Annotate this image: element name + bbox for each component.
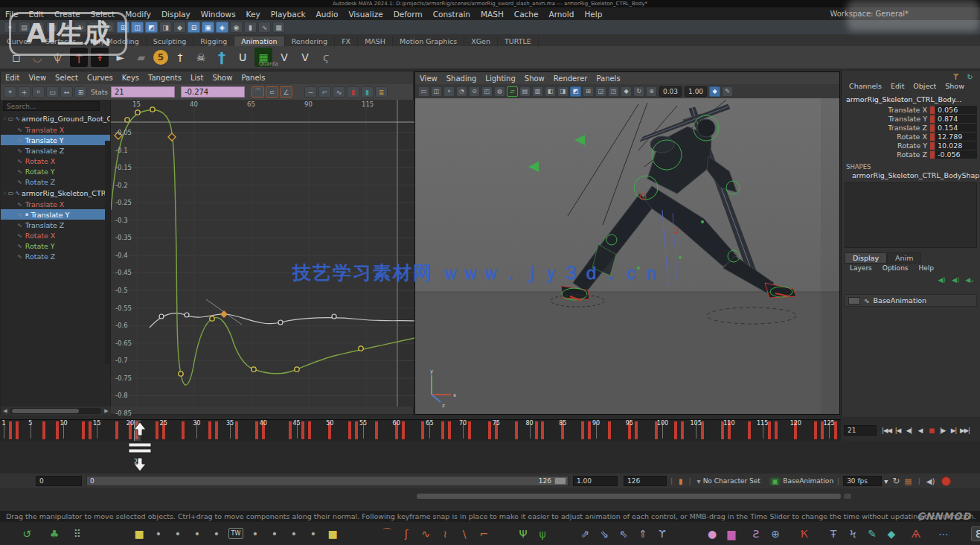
range-slider[interactable]: 0 126 bbox=[86, 476, 569, 486]
folder-icon[interactable]: ▆ bbox=[724, 525, 739, 543]
skull-icon[interactable]: ☠ bbox=[192, 48, 210, 67]
viewport-scene[interactable]: xyz bbox=[415, 98, 839, 414]
step-back-frame-button[interactable]: ◀| bbox=[903, 427, 915, 434]
list-view-icon[interactable]: ≣ bbox=[375, 86, 388, 98]
coin-5-icon[interactable]: 5 bbox=[153, 50, 168, 65]
step-forward-frame-button[interactable]: |▶ bbox=[937, 427, 948, 434]
layer-color-swatch[interactable] bbox=[848, 297, 860, 305]
ge-channel-armorrig-ground-root-ctrl-grp-translate-x[interactable]: ∿Translate X bbox=[1, 124, 110, 135]
layer-menu-help[interactable]: Help bbox=[914, 264, 940, 272]
power-icon[interactable]: ↺ bbox=[19, 525, 34, 543]
keyframe-tick[interactable] bbox=[541, 421, 544, 439]
channel-translate-z[interactable]: Translate Z0.154 bbox=[845, 124, 977, 132]
ge-channel-armorrig-ground-root-ctrl-grp-translate-z[interactable]: ∿Translate Z bbox=[1, 145, 110, 156]
tongs-icon[interactable]: Ѧ bbox=[909, 525, 923, 543]
pan-zoom-icon[interactable]: ◰ bbox=[481, 86, 493, 97]
curve-wave-icon[interactable]: ∿ bbox=[418, 525, 433, 543]
ge-channel-armorrig-skeleton-ctrl-body-rotate-y[interactable]: ∿Rotate Y bbox=[1, 240, 110, 251]
shelf-tab-sculpting[interactable]: Sculpting bbox=[147, 36, 193, 46]
stats-value-field[interactable]: -0.274 bbox=[181, 86, 245, 98]
character-set-icon[interactable]: ▾ bbox=[697, 477, 701, 485]
fps-dropdown[interactable]: 30 fps bbox=[843, 476, 882, 486]
oversampling-icon[interactable]: ◍ bbox=[494, 86, 505, 97]
snap-point-icon[interactable]: ◩ bbox=[145, 22, 158, 33]
range-dot-7[interactable]: • bbox=[286, 525, 301, 543]
outliner-search-input[interactable] bbox=[3, 101, 100, 111]
pose-arrow-4-icon[interactable]: ⇑ bbox=[635, 525, 650, 543]
solo-icon[interactable]: ◀) bbox=[952, 276, 959, 284]
sprout-icon[interactable]: ψ bbox=[535, 525, 550, 543]
keyframe-tick[interactable] bbox=[235, 421, 238, 439]
menu-display[interactable]: Display bbox=[156, 10, 196, 19]
plateau-tangent-icon[interactable]: ∿ bbox=[333, 86, 345, 98]
playback-end-field[interactable]: 126 bbox=[624, 476, 667, 486]
outliner-hscrollbar[interactable]: ◀ ▶ bbox=[1, 407, 111, 415]
keyframe-tick[interactable] bbox=[16, 421, 19, 439]
ge-channel-armorrig-skeleton-ctrl-body-rotate-x[interactable]: ∿Rotate X bbox=[1, 230, 110, 240]
keyframe-tick[interactable] bbox=[441, 421, 444, 439]
ge-channel-armorrig-skeleton-ctrl-body-rotate-z[interactable]: ∿Rotate Z bbox=[1, 251, 110, 261]
pencil-icon[interactable]: ✎ bbox=[865, 525, 880, 543]
tab-anim[interactable]: Anim bbox=[887, 252, 921, 264]
playback-start-field[interactable]: 1.00 bbox=[573, 476, 618, 486]
scroll-left-icon[interactable]: ◀ bbox=[1, 408, 10, 414]
ambient-occlusion-icon[interactable]: ⊞ bbox=[583, 86, 594, 97]
curve-step-icon[interactable]: ⌐ bbox=[476, 525, 491, 543]
pose-arrow-3-icon[interactable]: ⇖ bbox=[616, 525, 631, 543]
cb-menu-show[interactable]: Show bbox=[941, 82, 969, 90]
character-set-menu[interactable]: No Character Set bbox=[703, 477, 760, 485]
vp-menu-renderer[interactable]: Renderer bbox=[549, 74, 592, 83]
auto-keyframe-toggle[interactable] bbox=[941, 477, 951, 486]
vp-menu-lighting[interactable]: Lighting bbox=[481, 74, 519, 83]
shadows-icon[interactable]: ◩ bbox=[570, 86, 581, 97]
wireframe-icon[interactable]: ▤ bbox=[519, 86, 531, 97]
egg-icon[interactable]: ● bbox=[705, 525, 720, 543]
channel-rotate-x[interactable]: Rotate X12.789 bbox=[845, 133, 977, 141]
use-all-lights-icon[interactable]: ◨ bbox=[557, 86, 569, 97]
tab-display[interactable]: Display bbox=[845, 252, 887, 264]
keyframe-tick[interactable] bbox=[156, 421, 158, 439]
diamond-icon[interactable]: ◆ bbox=[884, 525, 899, 543]
menu-windows[interactable]: Windows bbox=[196, 10, 241, 19]
move-nearest-key-icon[interactable]: ⌖ bbox=[4, 86, 16, 98]
keyframe-tick[interactable] bbox=[355, 421, 358, 439]
menu-constrain[interactable]: Constrain bbox=[428, 10, 475, 19]
spline-tangent-icon[interactable]: ⌒ bbox=[252, 86, 264, 98]
keyframe-tick[interactable] bbox=[535, 421, 538, 439]
speaker-icon[interactable]: ◀) bbox=[926, 477, 935, 485]
globe-icon[interactable]: ⊕ bbox=[768, 525, 783, 543]
ge-menu-curves[interactable]: Curves bbox=[83, 74, 118, 82]
keyframe-tick[interactable] bbox=[208, 421, 211, 439]
vp-menu-view[interactable]: View bbox=[415, 74, 442, 83]
vp-menu-panels[interactable]: Panels bbox=[592, 74, 624, 83]
ge-channel-armorrig-skeleton-ctrl-body-translate-y[interactable]: ∿▪Translate Y bbox=[1, 209, 110, 220]
selection-highlight-icon[interactable]: ▱ bbox=[507, 86, 518, 97]
exposure-field[interactable]: 0.03 bbox=[659, 86, 682, 97]
ge-group-armorrig-ground-root-ctrl-grp[interactable]: ◦▭∿armorRig_Ground_Root_Ctrl_Grp bbox=[1, 112, 110, 124]
make-live-icon[interactable]: ◆ bbox=[173, 22, 186, 33]
keyframe-tick[interactable] bbox=[814, 421, 817, 439]
timeline-playhead[interactable] bbox=[134, 420, 141, 441]
pose-figure-icon[interactable]: ϒ bbox=[655, 525, 670, 543]
range-dot-4[interactable]: • bbox=[209, 525, 224, 543]
lattice-deform-icon[interactable]: ⌗ bbox=[32, 86, 45, 98]
gpu-cache-icon[interactable]: ◆ bbox=[709, 86, 720, 97]
book-icon[interactable]: ▰ bbox=[132, 48, 150, 67]
viewport-hscrollbar[interactable] bbox=[417, 494, 841, 499]
stop-button[interactable]: ■ bbox=[926, 427, 937, 434]
channel-value[interactable]: -0.056 bbox=[935, 150, 977, 159]
time-warp-box[interactable]: TW bbox=[228, 528, 243, 539]
paint-effects-icon[interactable]: ∿ bbox=[258, 22, 271, 33]
ge-menu-keys[interactable]: Keys bbox=[118, 74, 144, 82]
script-editor-icon[interactable]: Ɛ bbox=[971, 526, 980, 541]
curve-ease-icon[interactable]: ⌒ bbox=[379, 525, 394, 543]
bookmark-icon[interactable]: ▮ bbox=[679, 477, 683, 485]
channel-rotate-y[interactable]: Rotate Y10.028 bbox=[845, 141, 977, 150]
ge-menu-select[interactable]: Select bbox=[51, 74, 83, 82]
hypershade-icon[interactable]: ▦ bbox=[272, 22, 285, 33]
pose-arrow-1-icon[interactable]: ⇗ bbox=[577, 525, 592, 543]
ge-channel-armorrig-skeleton-ctrl-body-translate-x[interactable]: ∿Translate X bbox=[1, 199, 110, 209]
go-to-start-button[interactable]: |◀◀ bbox=[881, 427, 892, 434]
selected-node-name[interactable]: armorRig_Skeleton_CTRL_Body... bbox=[846, 95, 961, 103]
go-to-end-button[interactable]: ▶▶| bbox=[959, 427, 970, 434]
